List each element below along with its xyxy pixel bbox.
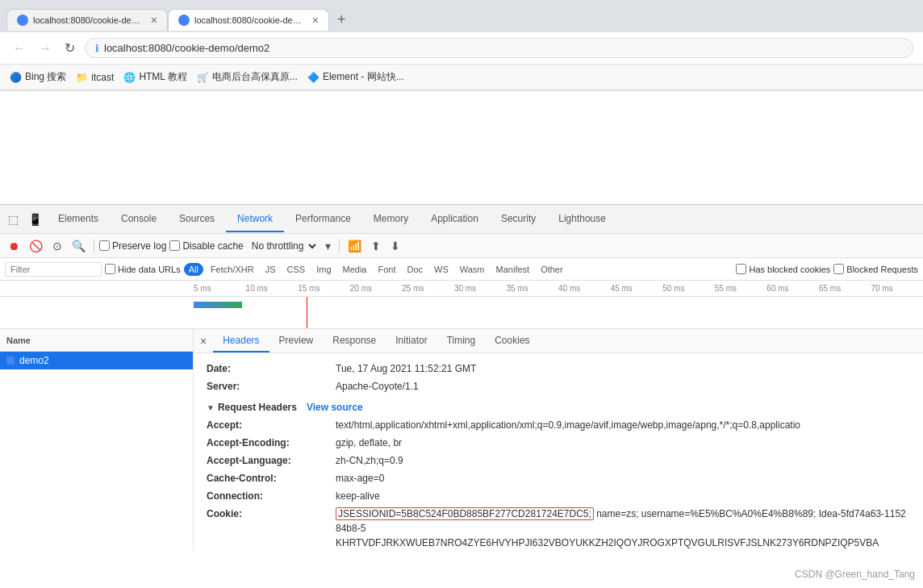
bookmark-bing-label: Bing 搜索 bbox=[25, 70, 66, 84]
bookmark-html[interactable]: 🌐 HTML 教程 bbox=[123, 70, 187, 84]
preserve-log-checkbox[interactable] bbox=[99, 240, 110, 251]
filter-other[interactable]: Other bbox=[537, 264, 567, 275]
tab-2[interactable]: localhost:8080/cookie-demo/... × bbox=[168, 9, 329, 31]
blocked-requests-text: Blocked Requests bbox=[846, 265, 918, 274]
forward-button[interactable]: → bbox=[36, 40, 55, 57]
toolbar-divider-2 bbox=[339, 240, 340, 252]
hide-data-urls-checkbox[interactable] bbox=[105, 264, 115, 274]
requests-header: Name bbox=[0, 329, 193, 352]
filter-input[interactable] bbox=[5, 262, 102, 277]
filter-ws[interactable]: WS bbox=[430, 264, 453, 275]
tab-console[interactable]: Console bbox=[110, 206, 168, 232]
tab-elements[interactable]: Elements bbox=[47, 206, 110, 232]
detail-value-accept-language: zh-CN,zh;q=0.9 bbox=[336, 453, 910, 468]
tab-sources[interactable]: Sources bbox=[168, 206, 226, 232]
tab-2-favicon bbox=[178, 15, 190, 26]
request-item-demo2[interactable]: demo2 bbox=[0, 352, 193, 369]
throttling-select[interactable]: No throttling bbox=[247, 240, 319, 252]
filter-wasm[interactable]: Wasm bbox=[456, 264, 489, 275]
filter-manifest[interactable]: Manifest bbox=[492, 264, 534, 275]
watermark: CSDN @Green_hand_Tang bbox=[795, 569, 915, 580]
detail-tab-cookies[interactable]: Cookies bbox=[485, 330, 539, 352]
filter-icon-button[interactable]: ⊙ bbox=[49, 238, 65, 254]
detail-value-connection: keep-alive bbox=[336, 489, 910, 503]
detail-value-server: Apache-Coyote/1.1 bbox=[336, 379, 910, 394]
detail-tab-headers[interactable]: Headers bbox=[213, 330, 269, 352]
refresh-button[interactable]: ↻ bbox=[61, 39, 78, 57]
detail-row-accept: Accept: text/html,application/xhtml+xml,… bbox=[207, 416, 910, 434]
detail-content: Date: Tue, 17 Aug 2021 11:52:21 GMT Serv… bbox=[194, 353, 923, 551]
disable-cache-label[interactable]: Disable cache bbox=[169, 240, 243, 252]
detail-close-button[interactable]: × bbox=[194, 332, 213, 351]
page-content bbox=[0, 91, 923, 204]
tab-1-title: localhost:8080/cookie-demo/c... bbox=[33, 15, 143, 25]
bookmark-element[interactable]: 🔷 Element - 网站快... bbox=[307, 70, 404, 84]
detail-row-accept-encoding: Accept-Encoding: gzip, deflate, br bbox=[207, 434, 910, 452]
address-bar[interactable]: ℹ localhost:8080/cookie-demo/demo2 bbox=[85, 38, 913, 58]
tick-50ms: 50 ms bbox=[662, 284, 715, 293]
bookmark-itcast[interactable]: 📁 itcast bbox=[76, 72, 114, 83]
filter-img[interactable]: Img bbox=[312, 264, 335, 275]
request-favicon bbox=[6, 357, 15, 365]
hide-data-urls-label[interactable]: Hide data URLs bbox=[105, 264, 181, 274]
has-blocked-cookies-checkbox[interactable] bbox=[736, 264, 746, 274]
filter-css[interactable]: CSS bbox=[283, 264, 310, 275]
filter-doc[interactable]: Doc bbox=[403, 264, 427, 275]
tab-network[interactable]: Network bbox=[226, 206, 284, 232]
back-button[interactable]: ← bbox=[10, 40, 29, 57]
blocked-requests-checkbox[interactable] bbox=[833, 264, 844, 274]
wifi-icon[interactable]: 📶 bbox=[345, 238, 365, 254]
upload-icon[interactable]: ⬆ bbox=[368, 238, 384, 254]
detail-tab-initiator[interactable]: Initiator bbox=[386, 330, 436, 352]
tab-security[interactable]: Security bbox=[490, 206, 547, 232]
cookie-jsessionid-highlight: JSESSIONID=5B8C524F0BD885BF277CD281724E7… bbox=[336, 507, 594, 520]
tab-1-close[interactable]: × bbox=[151, 15, 157, 26]
devtools-device-icon[interactable]: 📱 bbox=[23, 210, 47, 229]
view-source-link[interactable]: View source bbox=[307, 402, 363, 413]
bookmark-bing[interactable]: 🔵 Bing 搜索 bbox=[10, 70, 66, 84]
throttling-dropdown[interactable]: ▾ bbox=[322, 238, 334, 254]
tab-application[interactable]: Application bbox=[420, 206, 490, 232]
tab-lighthouse[interactable]: Lighthouse bbox=[547, 206, 617, 232]
detail-row-accept-language: Accept-Language: zh-CN,zh;q=0.9 bbox=[207, 452, 910, 469]
download-icon[interactable]: ⬇ bbox=[387, 238, 403, 254]
tick-5ms: 5 ms bbox=[194, 284, 246, 293]
detail-row-cache-control: Cache-Control: max-age=0 bbox=[207, 469, 910, 487]
detail-row-date: Date: Tue, 17 Aug 2021 11:52:21 GMT bbox=[207, 360, 910, 377]
tab-performance[interactable]: Performance bbox=[284, 206, 362, 232]
disable-cache-checkbox[interactable] bbox=[169, 240, 180, 251]
detail-tabs: × Headers Preview Response Initiator Tim… bbox=[194, 329, 923, 353]
hide-data-urls-text: Hide data URLs bbox=[118, 265, 181, 274]
tab-1[interactable]: localhost:8080/cookie-demo/c... × bbox=[6, 9, 168, 31]
devtools: ⬚ 📱 Elements Console Sources Network Per… bbox=[0, 204, 923, 551]
preserve-log-text: Preserve log bbox=[112, 240, 166, 252]
filter-end: Has blocked cookies Blocked Requests bbox=[736, 264, 918, 274]
tab-2-close[interactable]: × bbox=[312, 15, 319, 26]
detail-value-accept: text/html,application/xhtml+xml,applicat… bbox=[336, 418, 910, 432]
detail-tab-timing[interactable]: Timing bbox=[437, 330, 486, 352]
search-button[interactable]: 🔍 bbox=[69, 238, 89, 254]
bookmark-ecommerce[interactable]: 🛒 电商后台高保真原... bbox=[197, 70, 298, 84]
has-blocked-cookies-label[interactable]: Has blocked cookies bbox=[736, 264, 830, 274]
has-blocked-cookies-text: Has blocked cookies bbox=[749, 265, 830, 274]
filter-media[interactable]: Media bbox=[339, 264, 371, 275]
new-tab-button[interactable]: + bbox=[332, 11, 351, 28]
devtools-select-element-icon[interactable]: ⬚ bbox=[3, 210, 23, 229]
record-button[interactable]: ⏺ bbox=[5, 238, 23, 254]
tick-65ms: 65 ms bbox=[819, 284, 871, 293]
tab-memory[interactable]: Memory bbox=[362, 206, 420, 232]
clear-button[interactable]: 🚫 bbox=[26, 238, 46, 254]
preserve-log-label[interactable]: Preserve log bbox=[99, 240, 166, 252]
tab-bar: localhost:8080/cookie-demo/c... × localh… bbox=[0, 0, 923, 32]
filter-font[interactable]: Font bbox=[374, 264, 399, 275]
filter-all[interactable]: All bbox=[184, 263, 203, 276]
tick-55ms: 55 ms bbox=[715, 284, 767, 293]
filter-fetch-xhr[interactable]: Fetch/XHR bbox=[207, 264, 258, 275]
request-headers-toggle[interactable]: ▼ bbox=[207, 403, 215, 412]
detail-tab-preview[interactable]: Preview bbox=[269, 330, 324, 352]
filter-js[interactable]: JS bbox=[261, 264, 280, 275]
detail-tab-response[interactable]: Response bbox=[323, 330, 386, 352]
bookmark-html-icon: 🌐 bbox=[123, 72, 136, 83]
bookmark-bing-icon: 🔵 bbox=[10, 72, 22, 83]
blocked-requests-label[interactable]: Blocked Requests bbox=[833, 264, 918, 274]
